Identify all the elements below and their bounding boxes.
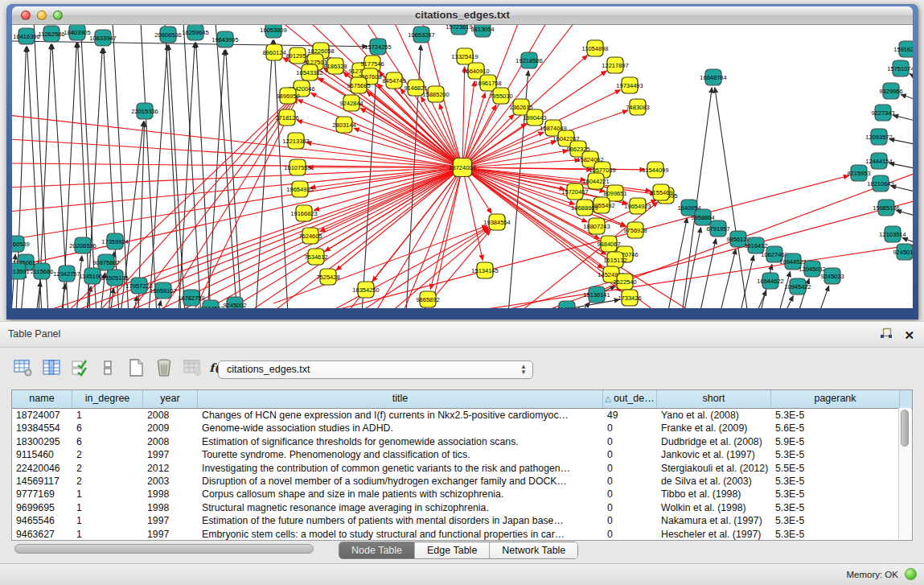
graph-node[interactable]: 11544099 [643, 162, 669, 178]
graph-node[interactable]: 7483083 [626, 99, 649, 115]
graph-node[interactable]: 11262586 [39, 26, 65, 42]
table-row[interactable]: 1938455462009Genome-wide association stu… [12, 422, 912, 435]
column-header-year[interactable]: year [143, 390, 198, 408]
graph-node[interactable]: 19218586 [515, 52, 542, 68]
graph-node[interactable]: 15985136 [873, 200, 899, 216]
table-row[interactable]: 946362711997Embryonic stem cells: a mode… [12, 528, 912, 541]
graph-node[interactable]: 8454749 [382, 72, 405, 89]
table-row[interactable]: 977716911998Corpus callosum shape and si… [12, 488, 912, 501]
graph-node[interactable]: 18403905 [64, 25, 90, 40]
graph-node[interactable]: 9756928 [623, 222, 647, 238]
network-canvas[interactable]: 1872400789601248912954182260589127503165… [12, 25, 913, 308]
graph-node[interactable]: 9245033 [820, 268, 844, 284]
tab-edge-table[interactable]: Edge Table [415, 542, 490, 558]
graph-node[interactable]: 19734493 [616, 77, 643, 93]
graph-node[interactable]: 16942210 [553, 301, 580, 308]
graph-node[interactable]: 15134145 [471, 262, 498, 278]
column-header-out_de[interactable]: △out_de… [603, 390, 657, 408]
graph-node[interactable]: 25160539 [12, 236, 30, 252]
tab-network-table[interactable]: Network Table [490, 542, 577, 558]
graph-node[interactable]: 16259645 [182, 25, 208, 40]
graph-node[interactable]: 10653287 [408, 27, 434, 43]
graph-node[interactable]: 16958107 [150, 282, 176, 299]
graph-node[interactable]: 16107553 [284, 159, 310, 175]
graph-node[interactable]: 12093572 [865, 129, 892, 145]
graph-node[interactable]: 6791957 [706, 220, 729, 237]
new-file-icon[interactable] [125, 358, 146, 377]
graph-node[interactable]: 7634612 [304, 249, 327, 265]
graph-node[interactable]: 19384554 [483, 214, 510, 230]
graph-node[interactable]: 1615132 [603, 252, 626, 268]
graph-node[interactable]: 18724007 [449, 159, 475, 177]
graph-node[interactable]: 9242844 [339, 95, 363, 111]
graph-node[interactable]: 8960124 [262, 44, 285, 60]
graph-node[interactable]: 1733426 [618, 290, 641, 306]
graph-node[interactable]: 9155469 [649, 184, 672, 200]
horizontal-scrollbar-thumb[interactable] [14, 544, 314, 554]
graph-node[interactable]: 16944622 [757, 273, 783, 289]
table-row[interactable]: 2242004622012Investigating the contribut… [12, 462, 912, 475]
graph-node[interactable]: 2718126 [275, 109, 298, 126]
table-settings-icon[interactable] [13, 358, 34, 377]
graph-node[interactable]: 15751074 [887, 60, 913, 76]
graph-node[interactable]: 10945422 [784, 278, 811, 295]
graph-node[interactable]: 8813054 [470, 25, 494, 37]
row-height-icon[interactable] [97, 358, 118, 377]
table-row[interactable]: 969969511998Structural magnetic resonanc… [12, 501, 912, 514]
graph-node[interactable]: 12217897 [602, 57, 628, 73]
graph-node[interactable]: 13325419 [451, 48, 478, 64]
graph-node[interactable]: 15723619 [446, 25, 472, 35]
graph-node[interactable]: 16648784 [700, 69, 726, 85]
column-header-short[interactable]: short [657, 390, 771, 408]
import-table-icon[interactable] [182, 358, 203, 377]
graph-node[interactable]: 9896950 [276, 88, 299, 104]
vertical-scrollbar-thumb[interactable] [901, 410, 909, 447]
graph-node[interactable]: 10633947 [89, 30, 116, 46]
close-panel-icon[interactable]: ✕ [904, 329, 914, 342]
delete-trash-icon[interactable] [154, 358, 175, 377]
graph-node[interactable]: 2115686 [31, 263, 54, 279]
table-row[interactable]: 911546021997Tourette syndrome. Phenomeno… [12, 448, 912, 461]
graph-node[interactable]: 15136141 [583, 286, 610, 303]
graph-node[interactable]: 12342757 [53, 266, 80, 282]
graph-node[interactable]: 12213383 [282, 133, 309, 149]
graph-node[interactable]: 16053809 [260, 25, 286, 38]
column-header-title[interactable]: title [198, 390, 603, 408]
column-header-in_degree[interactable]: in_degree [72, 390, 143, 408]
graph-node[interactable]: 9245012 [893, 244, 913, 260]
tab-node-table[interactable]: Node Table [339, 542, 415, 558]
graph-node[interactable]: 9865892 [416, 291, 439, 307]
graph-node[interactable]: 1990443 [523, 109, 546, 126]
table-selector-dropdown[interactable]: citations_edges.txt ▲▼ [218, 360, 533, 379]
graph-node[interactable]: 15916253 [893, 41, 913, 57]
graph-node[interactable]: 16782759 [178, 290, 204, 306]
graph-node[interactable]: 17957223 [125, 278, 152, 294]
graph-node[interactable]: 7955030 [489, 88, 512, 104]
graph-node[interactable]: 12444154 [865, 153, 892, 169]
graph-node[interactable]: 19643995 [211, 31, 238, 47]
graph-node[interactable]: 20606536 [154, 27, 181, 43]
column-header-pagerank[interactable]: pagerank [771, 390, 900, 408]
graph-node[interactable]: 8186328 [323, 58, 347, 74]
table-row[interactable]: 1872400712008Changes of HCN gene express… [12, 409, 912, 422]
float-panel-icon[interactable] [880, 328, 893, 343]
graph-node[interactable]: 11054898 [582, 40, 609, 56]
graph-node[interactable]: 7525428 [316, 269, 339, 285]
graph-node[interactable]: 2803144 [332, 117, 355, 133]
select-all-icon[interactable] [69, 358, 90, 377]
graph-node[interactable]: 9675685 [347, 77, 370, 93]
graph-node[interactable]: 19654923 [624, 198, 651, 214]
graph-node[interactable]: 8215953 [847, 165, 870, 181]
graph-node[interactable]: 22015336 [131, 103, 158, 119]
graph-node[interactable]: 9329966 [879, 83, 902, 99]
graph-node[interactable]: 12103514 [879, 226, 906, 242]
graph-node[interactable]: 15720407 [561, 183, 588, 200]
table-row[interactable]: 946554611997Estimation of the future num… [12, 514, 912, 527]
graph-node[interactable]: 7624605 [298, 228, 322, 244]
window-titlebar[interactable]: citations_edges.txt [12, 6, 913, 25]
table-row[interactable]: 1456911722003Disruption of a novel membe… [12, 475, 912, 488]
graph-node[interactable]: 18807243 [583, 218, 610, 234]
column-header-name[interactable]: name [12, 390, 72, 408]
table-row[interactable]: 1830029562008Estimation of significance … [12, 435, 912, 448]
graph-node[interactable]: 2522540 [613, 274, 636, 290]
